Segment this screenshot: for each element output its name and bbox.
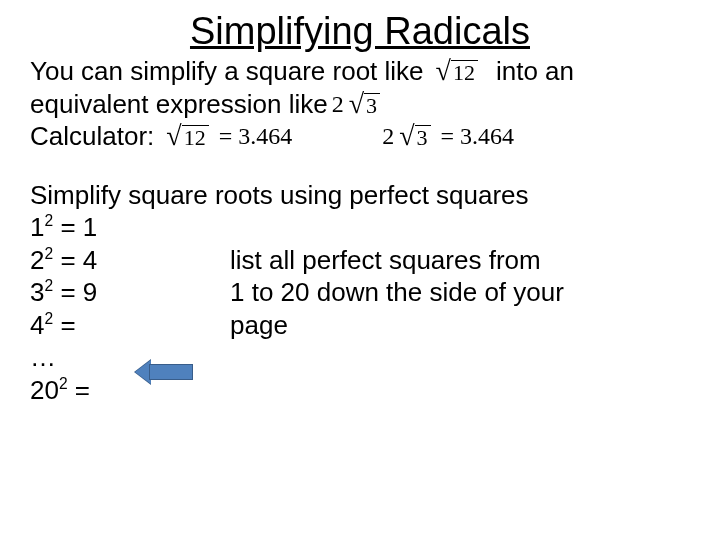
exponent: 2 [44,310,53,327]
row-2: 22 = 4 list all perfect squares from [30,244,690,277]
slide-content: Simplifying Radicals You can simplify a … [0,0,720,416]
result: = 4 [53,245,97,275]
radical-icon: √ [436,57,451,85]
coefficient: 2 [382,121,394,151]
square-entry: 32 = 9 [30,276,230,309]
square-entry: 42 = [30,309,230,342]
radical-icon: √ [399,122,414,150]
equals-value: = 3.464 [441,121,515,151]
calc-label: Calculator: [30,120,154,153]
radicand: 12 [182,125,209,149]
exponent: 2 [59,375,68,392]
sqrt-12: √ 12 [436,57,478,85]
sqrt-3: √ 3 [349,90,380,118]
base: 4 [30,310,44,340]
result: = 9 [53,277,97,307]
radical-icon: √ [349,90,364,118]
intro-line-1: You can simplify a square root like √ 12… [30,55,690,88]
base: 20 [30,375,59,405]
sqrt-12: √ 12 [166,122,208,150]
row-4: 42 = page [30,309,690,342]
intro-line-2: equivalent expression like 2 √ 3 [30,88,690,121]
text: equivalent expression like [30,88,328,121]
exponent: 2 [44,212,53,229]
result: = 1 [53,212,97,242]
text: into an [496,55,574,88]
slide-title: Simplifying Radicals [30,10,690,53]
radical-icon: √ [166,122,181,150]
radicand: 3 [415,125,431,149]
instruction-text: 1 to 20 down the side of your [230,276,690,309]
instruction-text: list all perfect squares from [230,244,690,277]
radicand: 3 [364,93,380,117]
result: = [53,310,75,340]
equals-value: = 3.464 [219,121,293,151]
base: 1 [30,212,44,242]
row-3: 32 = 9 1 to 20 down the side of your [30,276,690,309]
result: = [68,375,90,405]
calculator-line: Calculator: √ 12 = 3.464 2 √ 3 = 3.464 [30,120,690,153]
square-entry: 12 = 1 [30,211,230,244]
exponent: 2 [44,277,53,294]
base: 3 [30,277,44,307]
text: You can simplify a square root like [30,55,424,88]
coefficient: 2 [332,89,344,119]
radicand: 12 [451,60,478,84]
row-1: 12 = 1 [30,211,690,244]
instruction-text: page [230,309,690,342]
square-entry-last: 202 = [30,374,690,407]
exponent: 2 [44,245,53,262]
square-entry: 22 = 4 [30,244,230,277]
sqrt-3: √ 3 [399,122,430,150]
body: You can simplify a square root like √ 12… [30,55,690,406]
base: 2 [30,245,44,275]
subheading: Simplify square roots using perfect squa… [30,179,690,212]
ellipsis: … [30,341,690,374]
